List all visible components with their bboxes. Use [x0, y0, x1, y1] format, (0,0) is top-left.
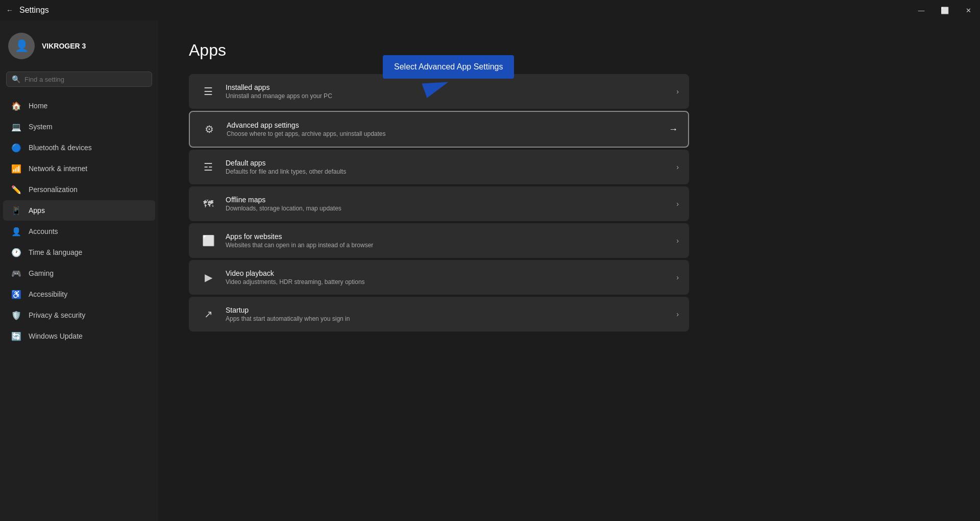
titlebar-title: Settings — [19, 6, 49, 15]
app-body: 👤 VIKROGER 3 🔍 🏠 Home 💻 System 🔵 Bluetoo… — [0, 20, 980, 521]
restore-button[interactable]: ⬜ — [933, 0, 957, 20]
apps-icon: 📱 — [11, 205, 21, 216]
sidebar-label-bluetooth: Bluetooth & devices — [29, 144, 92, 152]
apps-websites-icon: ⬜ — [199, 231, 217, 250]
sidebar-label-network: Network & internet — [29, 164, 87, 173]
search-icon: 🔍 — [12, 75, 20, 83]
titlebar-controls: — ⬜ ✕ — [910, 0, 980, 20]
advanced-app-settings-text: Advanced app settings Choose where to ge… — [227, 121, 660, 137]
sidebar-label-time: Time & language — [29, 248, 82, 256]
time-icon: 🕐 — [11, 247, 21, 257]
setting-item-apps-websites[interactable]: ⬜ Apps for websites Websites that can op… — [189, 223, 689, 258]
setting-item-startup[interactable]: ↗ Startup Apps that start automatically … — [189, 297, 689, 331]
bluetooth-icon: 🔵 — [11, 143, 21, 153]
minimize-button[interactable]: — — [910, 0, 933, 20]
setting-item-default-apps[interactable]: ☲ Default apps Defaults for file and lin… — [189, 150, 689, 184]
video-playback-icon: ▶ — [199, 268, 217, 287]
sidebar-item-accessibility[interactable]: ♿ Accessibility — [3, 284, 155, 304]
apps-websites-label: Apps for websites — [226, 232, 668, 241]
sidebar-nav: 🏠 Home 💻 System 🔵 Bluetooth & devices 📶 … — [0, 95, 158, 347]
chevron-icon-offline-maps: › — [676, 200, 679, 208]
accounts-icon: 👤 — [11, 226, 21, 236]
page-title: Apps — [189, 41, 949, 60]
startup-icon: ↗ — [199, 305, 217, 323]
sidebar-label-update: Windows Update — [29, 332, 83, 340]
default-apps-icon: ☲ — [199, 158, 217, 176]
back-icon[interactable]: ← — [6, 6, 13, 14]
username: VIKROGER 3 — [42, 42, 86, 50]
sidebar-item-apps[interactable]: 📱 Apps — [3, 200, 155, 221]
sidebar-label-accounts: Accounts — [29, 227, 58, 235]
startup-text: Startup Apps that start automatically wh… — [226, 306, 668, 322]
advanced-app-settings-desc: Choose where to get apps, archive apps, … — [227, 130, 660, 137]
avatar: 👤 — [8, 33, 35, 59]
sidebar-label-system: System — [29, 123, 53, 131]
gaming-icon: 🎮 — [11, 268, 21, 278]
offline-maps-label: Offline maps — [226, 196, 668, 204]
sidebar-item-privacy[interactable]: 🛡️ Privacy & security — [3, 305, 155, 325]
close-button[interactable]: ✕ — [957, 0, 980, 20]
chevron-icon-startup: › — [676, 310, 679, 318]
chevron-icon-default-apps: › — [676, 163, 679, 171]
user-section: 👤 VIKROGER 3 — [0, 20, 158, 67]
search-box[interactable]: 🔍 — [6, 72, 152, 87]
advanced-app-settings-icon: ⚙ — [200, 120, 218, 138]
advanced-app-settings-label: Advanced app settings — [227, 121, 660, 129]
startup-label: Startup — [226, 306, 668, 314]
privacy-icon: 🛡️ — [11, 310, 21, 320]
titlebar-left: ← Settings — [6, 6, 49, 15]
chevron-icon-apps-websites: › — [676, 236, 679, 245]
sidebar-item-gaming[interactable]: 🎮 Gaming — [3, 263, 155, 283]
sidebar-item-update[interactable]: 🔄 Windows Update — [3, 326, 155, 346]
sidebar-label-privacy: Privacy & security — [29, 311, 85, 319]
update-icon: 🔄 — [11, 331, 21, 341]
setting-item-offline-maps[interactable]: 🗺 Offline maps Downloads, storage locati… — [189, 186, 689, 221]
network-icon: 📶 — [11, 163, 21, 174]
sidebar-item-bluetooth[interactable]: 🔵 Bluetooth & devices — [3, 137, 155, 158]
sidebar-label-accessibility: Accessibility — [29, 290, 67, 298]
sidebar-item-system[interactable]: 💻 System — [3, 116, 155, 137]
accessibility-icon: ♿ — [11, 289, 21, 299]
titlebar: ← Settings — ⬜ ✕ — [0, 0, 980, 20]
offline-maps-text: Offline maps Downloads, storage location… — [226, 196, 668, 212]
sidebar-label-apps: Apps — [29, 206, 45, 215]
sidebar-item-time[interactable]: 🕐 Time & language — [3, 242, 155, 263]
apps-websites-desc: Websites that can open in an app instead… — [226, 242, 668, 249]
personalization-icon: ✏️ — [11, 184, 21, 195]
sidebar-item-accounts[interactable]: 👤 Accounts — [3, 221, 155, 242]
sidebar-item-personalization[interactable]: ✏️ Personalization — [3, 179, 155, 200]
sidebar-item-network[interactable]: 📶 Network & internet — [3, 158, 155, 179]
content-area: Apps Select Advanced App Settings ☰ Inst… — [158, 20, 980, 521]
video-playback-desc: Video adjustments, HDR streaming, batter… — [226, 278, 668, 286]
apps-websites-text: Apps for websites Websites that can open… — [226, 232, 668, 249]
startup-desc: Apps that start automatically when you s… — [226, 315, 668, 322]
chevron-icon-video-playback: › — [676, 273, 679, 281]
settings-list: ☰ Installed apps Uninstall and manage ap… — [189, 74, 689, 331]
chevron-icon-advanced-app-settings: → — [669, 124, 678, 135]
setting-item-advanced-app-settings[interactable]: ⚙ Advanced app settings Choose where to … — [189, 111, 689, 148]
callout-tooltip: Select Advanced App Settings — [383, 55, 514, 79]
video-playback-text: Video playback Video adjustments, HDR st… — [226, 269, 668, 286]
home-icon: 🏠 — [11, 101, 21, 111]
installed-apps-desc: Uninstall and manage apps on your PC — [226, 92, 668, 100]
offline-maps-desc: Downloads, storage location, map updates — [226, 205, 668, 212]
sidebar-label-home: Home — [29, 102, 47, 110]
sidebar-item-home[interactable]: 🏠 Home — [3, 96, 155, 116]
offline-maps-icon: 🗺 — [199, 195, 217, 213]
search-input[interactable] — [24, 76, 146, 83]
default-apps-desc: Defaults for file and link types, other … — [226, 168, 668, 175]
default-apps-text: Default apps Defaults for file and link … — [226, 159, 668, 175]
video-playback-label: Video playback — [226, 269, 668, 277]
search-container: 🔍 — [0, 67, 158, 95]
default-apps-label: Default apps — [226, 159, 668, 167]
sidebar-label-personalization: Personalization — [29, 185, 78, 194]
chevron-icon-installed-apps: › — [676, 87, 679, 96]
setting-item-video-playback[interactable]: ▶ Video playback Video adjustments, HDR … — [189, 260, 689, 295]
sidebar: 👤 VIKROGER 3 🔍 🏠 Home 💻 System 🔵 Bluetoo… — [0, 20, 158, 521]
installed-apps-icon: ☰ — [199, 82, 217, 101]
sidebar-label-gaming: Gaming — [29, 269, 54, 277]
system-icon: 💻 — [11, 122, 21, 132]
